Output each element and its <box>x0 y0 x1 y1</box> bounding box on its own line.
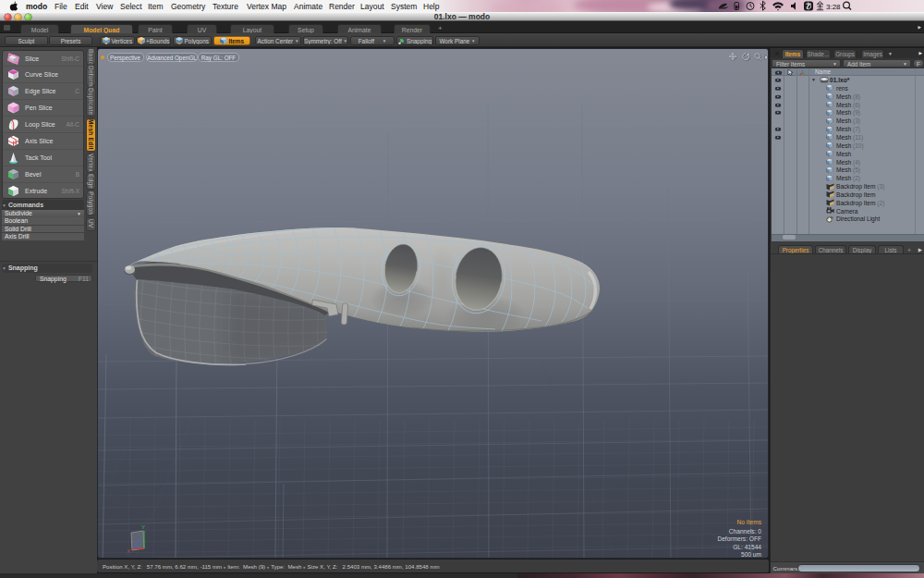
svg-text:X: X <box>127 548 130 554</box>
svg-text:Y: Y <box>141 524 145 530</box>
svg-text:3:28: 3:28 <box>826 3 841 11</box>
